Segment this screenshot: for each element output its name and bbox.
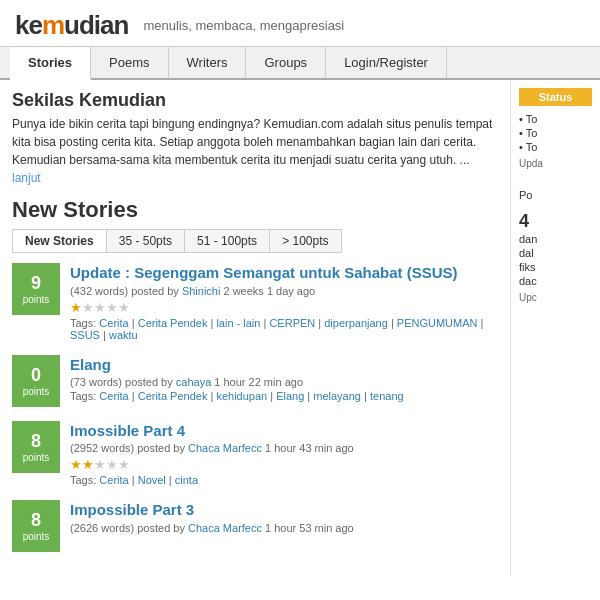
popular-line: dan xyxy=(519,232,592,246)
sidebar: Status • To• To• To Upda Po 4 dandalfiks… xyxy=(510,80,600,576)
story-title[interactable]: Impossible Part 3 xyxy=(70,500,498,520)
popular-line: fiks xyxy=(519,260,592,274)
story-title[interactable]: Imossible Part 4 xyxy=(70,421,498,441)
tag-link[interactable]: Cerita xyxy=(99,474,128,486)
story-item: 8pointsImpossible Part 3(2626 words) pos… xyxy=(12,500,498,552)
story-tags: Tags: Cerita | Novel | cinta xyxy=(70,474,498,486)
story-content: Update : Segenggam Semangat untuk Sahaba… xyxy=(70,263,498,341)
points-badge: 8points xyxy=(12,500,60,552)
tab->-100pts[interactable]: > 100pts xyxy=(270,230,340,252)
story-item: 8pointsImossible Part 4(2952 words) post… xyxy=(12,421,498,487)
story-author[interactable]: cahaya xyxy=(176,376,211,388)
tab-35---50pts[interactable]: 35 - 50pts xyxy=(107,230,185,252)
story-title[interactable]: Elang xyxy=(70,355,498,375)
story-item: 9pointsUpdate : Segenggam Semangat untuk… xyxy=(12,263,498,341)
story-content: Impossible Part 3(2626 words) posted by … xyxy=(70,500,498,534)
popular-section: Po xyxy=(519,189,592,201)
tag-link[interactable]: SSUS xyxy=(70,329,100,341)
story-author[interactable]: Chaca Marfecc xyxy=(188,522,262,534)
tag-link[interactable]: Cerita xyxy=(99,317,128,329)
sidebar-items: • To• To• To xyxy=(519,112,592,154)
nav-item-groups[interactable]: Groups xyxy=(246,47,326,78)
tag-link[interactable]: Cerita xyxy=(99,390,128,402)
section-title: New Stories xyxy=(12,197,498,223)
story-content: Elang(73 words) posted by cahaya 1 hour … xyxy=(70,355,498,403)
tag-link[interactable]: Cerita Pendek xyxy=(138,317,208,329)
story-meta: (2952 words) posted by Chaca Marfecc 1 h… xyxy=(70,442,498,454)
story-title[interactable]: Update : Segenggam Semangat untuk Sahaba… xyxy=(70,263,498,283)
intro-body: Punya ide bikin cerita tapi bingung endi… xyxy=(12,115,498,187)
story-stars: ★★★★★ xyxy=(70,300,498,315)
main-content: Sekilas Kemudian Punya ide bikin cerita … xyxy=(0,80,510,576)
tag-link[interactable]: waktu xyxy=(109,329,138,341)
lanjut-link[interactable]: lanjut xyxy=(12,171,41,185)
nav-item-login-register[interactable]: Login/Register xyxy=(326,47,447,78)
site-logo[interactable]: kemudian xyxy=(15,10,128,41)
nav-item-stories[interactable]: Stories xyxy=(10,47,91,80)
popular-updated: Upc xyxy=(519,292,592,303)
tag-link[interactable]: cinta xyxy=(175,474,198,486)
tag-link[interactable]: Elang xyxy=(276,390,304,402)
tag-link[interactable]: lain - lain xyxy=(216,317,260,329)
tag-link[interactable]: CERPEN xyxy=(269,317,315,329)
stories-list: 9pointsUpdate : Segenggam Semangat untuk… xyxy=(12,263,498,552)
tab-new-stories[interactable]: New Stories xyxy=(13,230,107,252)
story-tags: Tags: Cerita | Cerita Pendek | lain - la… xyxy=(70,317,498,341)
popular-line: dac xyxy=(519,274,592,288)
story-author[interactable]: Shinichi xyxy=(182,285,221,297)
content-wrapper: Sekilas Kemudian Punya ide bikin cerita … xyxy=(0,80,600,576)
sidebar-item: • To xyxy=(519,140,592,154)
tag-link[interactable]: Novel xyxy=(138,474,166,486)
story-item: 0pointsElang(73 words) posted by cahaya … xyxy=(12,355,498,407)
sidebar-item: • To xyxy=(519,126,592,140)
sidebar-item: • To xyxy=(519,112,592,126)
status-box: Status xyxy=(519,88,592,106)
tag-link[interactable]: melayang xyxy=(313,390,361,402)
tag-link[interactable]: Cerita Pendek xyxy=(138,390,208,402)
tag-link[interactable]: kehidupan xyxy=(216,390,267,402)
site-tagline: menulis, membaca, mengapresiasi xyxy=(143,18,344,33)
popular-number: 4 xyxy=(519,211,592,232)
points-badge: 9points xyxy=(12,263,60,315)
story-meta: (2626 words) posted by Chaca Marfecc 1 h… xyxy=(70,522,498,534)
story-tabs: New Stories35 - 50pts51 - 100pts> 100pts xyxy=(12,229,342,253)
points-badge: 0points xyxy=(12,355,60,407)
tag-link[interactable]: tenang xyxy=(370,390,404,402)
popular-line: dal xyxy=(519,246,592,260)
story-meta: (73 words) posted by cahaya 1 hour 22 mi… xyxy=(70,376,498,388)
intro-title: Sekilas Kemudian xyxy=(12,90,498,111)
points-badge: 8points xyxy=(12,421,60,473)
tag-link[interactable]: PENGUMUMAN xyxy=(397,317,478,329)
tag-link[interactable]: diperpanjang xyxy=(324,317,388,329)
story-content: Imossible Part 4(2952 words) posted by C… xyxy=(70,421,498,487)
main-nav: StoriesPoemsWritersGroupsLogin/Register xyxy=(0,47,600,80)
story-tags: Tags: Cerita | Cerita Pendek | kehidupan… xyxy=(70,390,498,402)
intro-section: Sekilas Kemudian Punya ide bikin cerita … xyxy=(12,90,498,187)
popular-lines: dandalfiksdac xyxy=(519,232,592,288)
nav-item-poems[interactable]: Poems xyxy=(91,47,168,78)
story-author[interactable]: Chaca Marfecc xyxy=(188,442,262,454)
tab-51---100pts[interactable]: 51 - 100pts xyxy=(185,230,270,252)
header: kemudian menulis, membaca, mengapresiasi xyxy=(0,0,600,47)
nav-item-writers[interactable]: Writers xyxy=(169,47,247,78)
sidebar-updated: Upda xyxy=(519,158,592,169)
story-meta: (432 words) posted by Shinichi 2 weeks 1… xyxy=(70,285,498,297)
story-stars: ★★★★★ xyxy=(70,457,498,472)
